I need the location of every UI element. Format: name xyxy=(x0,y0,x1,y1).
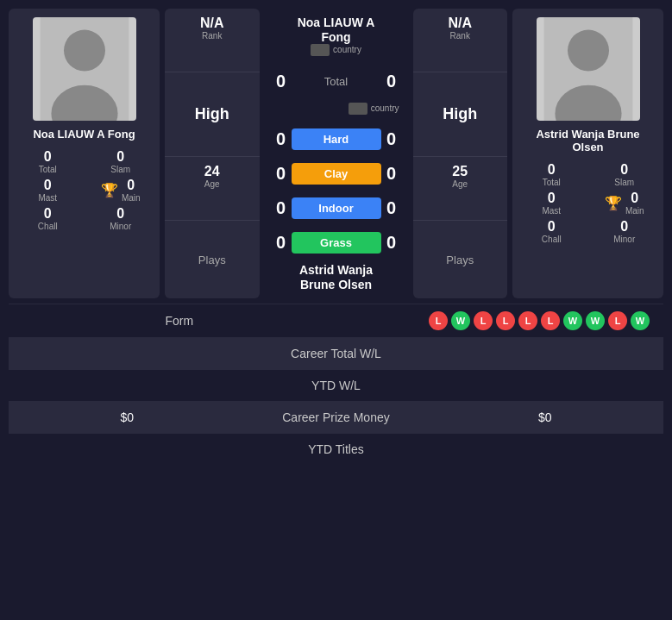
form-badge-1: W xyxy=(451,311,470,330)
left-player-avatar xyxy=(33,17,136,121)
left-slam-stat: 0 Slam xyxy=(89,149,154,174)
indoor-button[interactable]: Indoor xyxy=(292,197,381,219)
ytd-wl-row: YTD W/L xyxy=(9,369,663,401)
left-prize-money: $0 xyxy=(22,410,231,424)
bottom-section: Form LWLLLLWWLW Career Total W/L YTD W/L… xyxy=(9,304,663,465)
right-rank-row: N/A Rank xyxy=(413,9,508,72)
svg-point-1 xyxy=(64,30,105,72)
left-country-row: country xyxy=(311,44,361,56)
clay-button[interactable]: Clay xyxy=(292,163,381,185)
total-scores-row: 0 Total 0 xyxy=(263,63,410,101)
prize-money-row: $0 Career Prize Money $0 xyxy=(9,401,663,433)
left-player-name-header: Noa LIAUW A Fong country xyxy=(263,12,410,61)
right-player-card: Astrid Wanja Brune Olsen 0 Total 0 Slam … xyxy=(512,9,663,298)
form-badge-4: L xyxy=(518,311,537,330)
center-block: N/A Rank High 24 Age Plays Noa LIAUW xyxy=(165,9,507,298)
grass-button[interactable]: Grass xyxy=(292,232,381,254)
right-country-row: country xyxy=(349,103,399,115)
right-player-stats: 0 Total 0 Slam 0 Mast 🏆 0 Main xyxy=(519,162,656,244)
left-total-stat: 0 Total xyxy=(16,149,80,174)
career-total-row: Career Total W/L xyxy=(9,337,663,369)
right-chall-stat: 0 Chall xyxy=(519,219,584,244)
left-minor-stat: 0 Minor xyxy=(89,206,154,231)
right-trophy-main: 🏆 0 Main xyxy=(593,191,657,216)
ytd-titles-label: YTD Titles xyxy=(231,442,440,456)
hard-button[interactable]: Hard xyxy=(292,128,381,150)
right-age-row: 25 Age xyxy=(413,157,508,221)
career-total-label: Career Total W/L xyxy=(231,347,440,360)
left-player-stats: 0 Total 0 Slam 0 Mast 🏆 0 Main xyxy=(16,149,153,231)
left-player-name: Noa LIAUW A Fong xyxy=(33,128,135,141)
form-badge-6: W xyxy=(563,311,582,330)
left-trophy-icon: 🏆 xyxy=(101,182,118,198)
left-plays-row: Plays xyxy=(165,221,260,297)
form-badges: LWLLLLWWLW xyxy=(336,311,650,330)
scores-panel: Noa LIAUW A Fong country 0 Total 0 xyxy=(263,9,410,298)
form-badge-5: L xyxy=(541,311,560,330)
left-chall-stat: 0 Chall xyxy=(16,206,80,231)
right-minor-stat: 0 Minor xyxy=(593,219,657,244)
form-badge-0: L xyxy=(429,311,448,330)
left-player-card: Noa LIAUW A Fong 0 Total 0 Slam 0 Mast 🏆 xyxy=(9,9,160,298)
left-stats-panel: N/A Rank High 24 Age Plays xyxy=(165,9,260,298)
top-section: Noa LIAUW A Fong 0 Total 0 Slam 0 Mast 🏆 xyxy=(9,9,663,298)
right-country-area: country xyxy=(263,103,410,122)
right-plays-row: Plays xyxy=(413,221,508,297)
left-trophy-main: 🏆 0 Main xyxy=(89,178,154,203)
hard-scores-row: 0 Hard 0 xyxy=(263,123,410,156)
right-player-name-header: Astrid Wanja Brune Olsen xyxy=(263,261,410,295)
right-slam-stat: 0 Slam xyxy=(593,162,657,187)
right-prize-money: $0 xyxy=(441,410,650,424)
left-age-row: 24 Age xyxy=(165,157,260,221)
form-badge-2: L xyxy=(474,311,493,330)
left-rank-row: N/A Rank xyxy=(165,9,260,72)
right-total-stat: 0 Total xyxy=(519,162,584,187)
svg-point-4 xyxy=(568,30,609,72)
ytd-wl-label: YTD W/L xyxy=(231,379,440,392)
form-badge-7: W xyxy=(586,311,605,330)
right-mast-stat: 0 Mast xyxy=(519,191,584,216)
grass-scores-row: 0 Grass 0 xyxy=(263,227,410,260)
form-label: Form xyxy=(22,314,336,328)
right-stats-panel: N/A Rank High 25 Age Plays xyxy=(413,9,508,298)
right-trophy-icon: 🏆 xyxy=(605,195,622,211)
right-player-avatar xyxy=(537,17,640,121)
prize-money-label: Career Prize Money xyxy=(231,410,440,424)
indoor-scores-row: 0 Indoor 0 xyxy=(263,192,410,225)
form-badge-8: L xyxy=(608,311,627,330)
left-mast-stat: 0 Mast xyxy=(16,178,80,203)
form-row: Form LWLLLLWWLW xyxy=(9,304,663,337)
form-badge-3: L xyxy=(496,311,515,330)
main-container: Noa LIAUW A Fong 0 Total 0 Slam 0 Mast 🏆 xyxy=(0,0,672,473)
ytd-titles-row: YTD Titles xyxy=(9,433,663,465)
left-flag xyxy=(311,44,330,56)
clay-scores-row: 0 Clay 0 xyxy=(263,158,410,191)
left-high-row: High xyxy=(165,72,260,157)
right-player-name: Astrid Wanja Brune Olsen xyxy=(519,128,656,153)
right-flag xyxy=(349,103,367,115)
right-high-row: High xyxy=(413,72,508,157)
form-badge-9: W xyxy=(631,311,650,330)
